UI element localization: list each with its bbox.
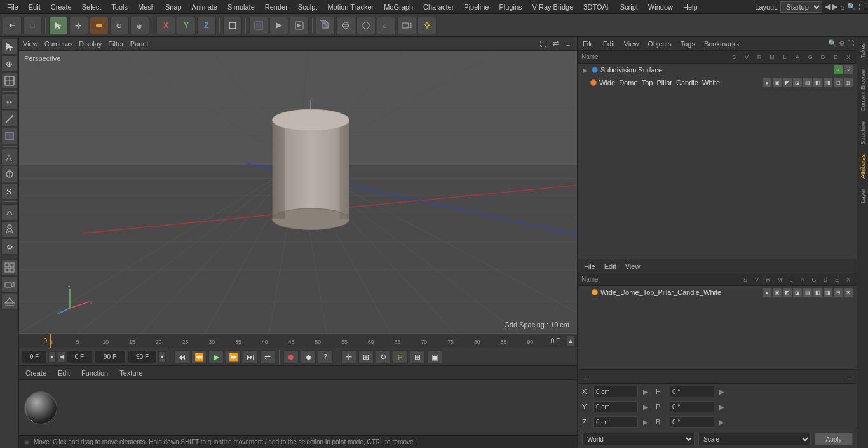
render-region-button[interactable] [249, 17, 268, 34]
attr-icon-9[interactable]: ⊠ [844, 288, 853, 297]
render-to-picture-button[interactable] [290, 17, 309, 34]
timeline-arrow-up[interactable]: ▲ [567, 336, 574, 347]
view-sphere-button[interactable] [336, 17, 355, 34]
coord-world-dropdown[interactable]: World Object [582, 433, 695, 445]
obj-icon-small-5[interactable]: ▤ [803, 78, 812, 87]
bp-tab-edit[interactable]: Edit [55, 368, 72, 378]
menu-character[interactable]: Character [419, 2, 458, 12]
sidebar-mode-1[interactable] [1, 38, 18, 55]
vp-menu-cameras[interactable]: Cameras [44, 40, 73, 48]
obj-icon-small-7[interactable]: ◨ [824, 78, 832, 87]
menu-animate[interactable]: Animate [187, 2, 222, 12]
bp-tab-function[interactable]: Function [79, 368, 111, 378]
menu-script[interactable]: Script [616, 2, 642, 12]
nav-forward-icon[interactable]: ▶ [832, 3, 837, 11]
obj-icon-small-6[interactable]: ◧ [813, 78, 822, 87]
attr-icon-4[interactable]: ◪ [793, 288, 802, 297]
axis-y-button[interactable]: Y [177, 17, 196, 34]
vp-menu-view[interactable]: View [23, 40, 38, 48]
playback-loop-button[interactable]: ⇌ [260, 350, 275, 364]
menu-3dtoall[interactable]: 3DTOAll [579, 2, 614, 12]
menu-window[interactable]: Window [644, 2, 677, 12]
undo-button[interactable]: ↩ [3, 17, 22, 34]
attr-icon-5[interactable]: ▤ [803, 288, 812, 297]
obj-icon-small-8[interactable]: ⊟ [834, 78, 843, 87]
sidebar-poly-mode[interactable] [1, 128, 18, 144]
playback-p-button[interactable]: P [393, 350, 408, 364]
material-preview[interactable]: VR_mat [24, 391, 57, 424]
attr-menu-file[interactable]: File [581, 261, 598, 271]
obj-icon-small-4[interactable]: ◪ [793, 78, 802, 87]
sidebar-grid-button[interactable] [1, 259, 18, 276]
obj-item-candle[interactable]: Wide_Dome_Top_Pillar_Candle_White ● ▣ ◩ … [578, 76, 857, 89]
sidebar-mode-3[interactable] [1, 72, 18, 89]
menu-motion-tracker[interactable]: Motion Tracker [323, 2, 378, 12]
coord-z-pos-input[interactable] [593, 416, 638, 428]
timeline[interactable]: 0 0 5 10 15 20 25 30 35 40 45 50 [19, 334, 577, 348]
playback-step-arrow[interactable]: ▲ [158, 351, 166, 363]
menu-file[interactable]: File [3, 2, 23, 12]
vtab-layer[interactable]: Layer [858, 185, 867, 207]
menu-vray[interactable]: V-Ray Bridge [528, 2, 578, 12]
layout-dropdown[interactable]: Startup [780, 1, 822, 13]
playback-min-frame-input[interactable] [67, 351, 92, 363]
obj-expand-icon[interactable]: ⛶ [847, 39, 854, 48]
sidebar-tool-1[interactable]: △ [1, 149, 18, 165]
nav-back-icon[interactable]: ◀ [825, 3, 830, 11]
menu-mograph[interactable]: MoGraph [379, 2, 417, 12]
sidebar-edge-mode[interactable] [1, 111, 18, 127]
obj-menu-file[interactable]: File [580, 39, 597, 49]
obj-menu-edit[interactable]: Edit [600, 39, 618, 49]
playback-rotate-tool[interactable]: ↻ [376, 350, 391, 364]
playback-scale-tool[interactable]: ⊞ [358, 350, 374, 364]
obj-icon-small-2[interactable]: ▣ [773, 78, 782, 87]
snap-button[interactable]: ⌂ [377, 17, 396, 34]
obj-icon-x[interactable]: × [844, 65, 853, 74]
vp-settings-icon[interactable]: ≡ [563, 39, 573, 49]
playback-grid-button[interactable]: ⊞ [410, 350, 425, 364]
menu-edit[interactable]: Edit [24, 2, 45, 12]
coord-p-val-input[interactable] [670, 401, 714, 412]
attr-icon-8[interactable]: ⊟ [834, 288, 843, 297]
playback-step-forward-button[interactable]: ⏩ [226, 350, 241, 364]
obj-expand-1[interactable]: ▶ [581, 66, 589, 74]
attr-icon-7[interactable]: ◨ [824, 288, 832, 297]
obj-item-subdivision[interactable]: ▶ Subdivision Surface ✓ × [578, 64, 857, 76]
coord-b-val-input[interactable] [670, 416, 714, 428]
vtab-attributes[interactable]: Attributes [858, 151, 867, 182]
playback-goto-end-button[interactable]: ⏭ [243, 350, 258, 364]
scale-button[interactable] [90, 17, 109, 34]
vp-menu-panel[interactable]: Panel [130, 40, 148, 48]
attr-menu-view[interactable]: View [623, 261, 643, 271]
attr-menu-edit[interactable]: Edit [602, 261, 619, 271]
menu-help[interactable]: Help [679, 2, 702, 12]
sidebar-tool-6[interactable]: ⚙ [1, 238, 18, 255]
vtab-structure[interactable]: Structure [858, 118, 867, 149]
attr-icon-1[interactable]: ● [763, 288, 771, 297]
bp-tab-texture[interactable]: Texture [117, 368, 145, 378]
playback-step-back-button[interactable]: ⏪ [191, 350, 207, 364]
playback-current-frame-input[interactable] [22, 351, 47, 363]
playback-frame-arrow-left[interactable]: ◀ [58, 351, 65, 363]
obj-menu-bookmarks[interactable]: Bookmarks [702, 39, 742, 49]
sidebar-tool-5[interactable] [1, 221, 18, 238]
vp-menu-filter[interactable]: Filter [108, 40, 123, 48]
playback-render-button[interactable]: ▣ [427, 350, 442, 364]
vp-camera-icon[interactable]: ⇄ [550, 39, 560, 49]
playback-goto-start-button[interactable]: ⏮ [174, 350, 189, 364]
menu-pipeline[interactable]: Pipeline [459, 2, 493, 12]
menu-mesh[interactable]: Mesh [133, 2, 159, 12]
vp-menu-display[interactable]: Display [79, 40, 102, 48]
attr-item-candle[interactable]: Wide_Dome_Top_Pillar_Candle_White ● ▣ ◩ … [578, 286, 857, 299]
menu-snap[interactable]: Snap [161, 2, 186, 12]
coord-y-pos-input[interactable] [593, 401, 638, 412]
menu-select[interactable]: Select [78, 2, 106, 12]
playback-step-input[interactable] [128, 351, 157, 363]
move-button[interactable]: ✛ [69, 17, 88, 34]
playback-help-button[interactable]: ? [318, 350, 333, 364]
menu-sculpt[interactable]: Sculpt [294, 2, 322, 12]
playback-keyframe-button[interactable]: ◆ [301, 350, 316, 364]
playback-record-button[interactable]: ⏺ [283, 350, 299, 364]
sidebar-mode-2[interactable]: ⊕ [1, 55, 18, 72]
apply-button[interactable]: Apply [815, 433, 853, 445]
